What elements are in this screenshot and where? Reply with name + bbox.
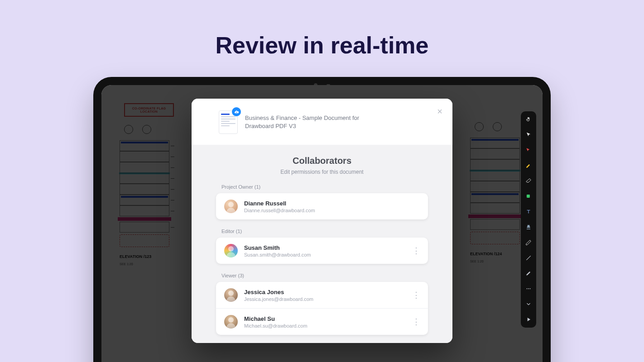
close-icon[interactable]: × xyxy=(437,107,442,116)
svg-point-2 xyxy=(528,288,529,289)
pen-icon[interactable] xyxy=(525,270,532,277)
modal-header: Business & Finance - Sample Document for… xyxy=(192,99,452,145)
svg-point-3 xyxy=(530,288,531,289)
more-icon[interactable]: ⋮ xyxy=(412,317,421,327)
cloud-icon xyxy=(232,107,241,116)
collaborators-modal: × Business & Finance - Sample Document f… xyxy=(192,99,452,343)
chevron-down-icon[interactable] xyxy=(525,300,532,308)
user-email: Jessica.jones@drawboard.com xyxy=(244,296,313,302)
section-title: Collaborators xyxy=(210,156,434,166)
line-icon[interactable] xyxy=(525,254,532,262)
stamp-icon[interactable] xyxy=(525,224,532,231)
user-name: Dianne Russell xyxy=(244,200,315,207)
group-label: Viewer (3) xyxy=(221,273,434,278)
right-toolbar xyxy=(521,111,536,328)
user-group-card: Susan SmithSusan.smith@drawboard.com⋮ xyxy=(216,238,428,264)
user-email: Dianne.russell@drawboard.com xyxy=(244,208,315,213)
pointer-icon[interactable] xyxy=(525,147,532,154)
group-label: Editor (1) xyxy=(221,229,434,234)
tablet-frame: CO-ORDINATE FLAG LOCATION ELEVATION /123… xyxy=(93,77,551,362)
section-subtitle: Edit permissions for this document xyxy=(210,169,434,175)
document-thumbnail xyxy=(219,110,238,134)
hero-title: Review in real-time xyxy=(0,32,644,59)
user-name: Jessica Jones xyxy=(244,289,313,295)
avatar xyxy=(224,200,238,213)
user-row[interactable]: Susan SmithSusan.smith@drawboard.com⋮ xyxy=(216,238,428,264)
text-icon[interactable] xyxy=(525,208,532,215)
shape-icon[interactable] xyxy=(525,193,532,200)
hand-icon[interactable] xyxy=(525,116,532,123)
eraser-icon[interactable] xyxy=(525,177,532,185)
document-title: Business & Finance - Sample Document for… xyxy=(245,114,385,130)
user-name: Susan Smith xyxy=(244,244,311,251)
highlighter-icon[interactable] xyxy=(525,162,532,169)
user-email: Susan.smith@drawboard.com xyxy=(244,252,311,257)
more-icon[interactable] xyxy=(525,285,532,292)
more-icon[interactable]: ⋮ xyxy=(412,246,421,256)
more-icon[interactable]: ⋮ xyxy=(412,290,421,300)
user-email: Michael.su@drawboard.com xyxy=(244,323,308,329)
user-group-card: Jessica JonesJessica.jones@drawboard.com… xyxy=(216,282,428,335)
avatar xyxy=(224,244,238,257)
cursor-icon[interactable] xyxy=(525,131,532,138)
avatar xyxy=(224,315,238,329)
user-row[interactable]: Michael SuMichael.su@drawboard.com⋮ xyxy=(216,308,428,335)
avatar xyxy=(224,288,238,302)
group-label: Project Owner (1) xyxy=(221,184,434,190)
user-name: Michael Su xyxy=(244,315,308,322)
user-row[interactable]: Jessica JonesJessica.jones@drawboard.com… xyxy=(216,282,428,308)
svg-rect-0 xyxy=(527,195,530,198)
modal-body: Collaborators Edit permissions for this … xyxy=(192,145,452,343)
app-screen: CO-ORDINATE FLAG LOCATION ELEVATION /123… xyxy=(101,85,543,362)
measure-icon[interactable] xyxy=(525,239,532,246)
user-group-card: Dianne RussellDianne.russell@drawboard.c… xyxy=(216,193,428,219)
play-icon[interactable] xyxy=(525,316,532,323)
svg-point-1 xyxy=(527,288,528,289)
user-row[interactable]: Dianne RussellDianne.russell@drawboard.c… xyxy=(216,193,428,219)
